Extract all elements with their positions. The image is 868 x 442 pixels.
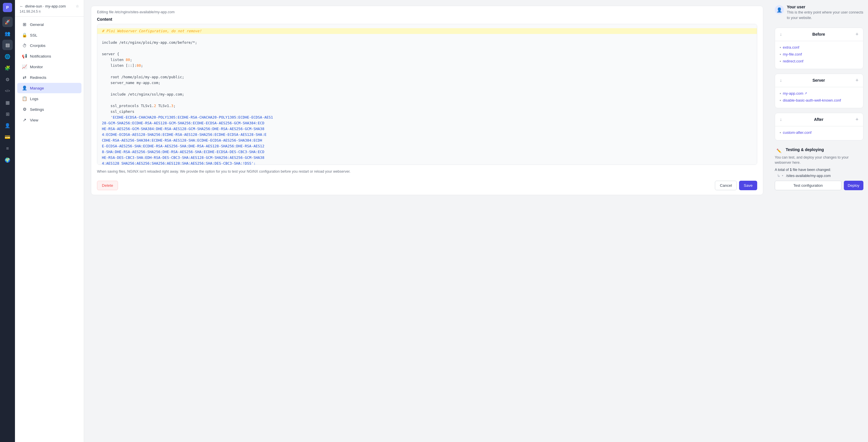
server-section: ↓ Server + my-app.com ↗ disable-basic-au… xyxy=(775,74,863,108)
changed-file-dot xyxy=(782,174,784,178)
before-section: ↓ Before + extra.conf my-file.conf redir… xyxy=(775,28,863,69)
sidebar-item-monitor[interactable]: 📈 Monitor xyxy=(17,62,82,72)
star-button[interactable]: ☆ xyxy=(76,4,79,8)
editor-panel: Editing file /etc/nginx/sites-available/… xyxy=(91,6,763,195)
icon-bar: P 🚀 👥 ▤ 🌐 🧩 ⚙ </> ▦ ⊞ 👤 💳 ≡ 🌍 xyxy=(0,0,15,442)
server-collapse-icon[interactable]: ↓ xyxy=(780,78,782,83)
cronjobs-icon: ⏱ xyxy=(22,43,27,48)
after-collapse-icon[interactable]: ↓ xyxy=(780,117,782,122)
pencil-icon: ✏️ xyxy=(775,147,783,155)
sidebar-item-redirects[interactable]: ⇄ Redirects xyxy=(17,72,82,83)
nav-icon-credit-card[interactable]: 💳 xyxy=(2,132,13,142)
sidebar-item-label: View xyxy=(30,118,38,122)
action-right-buttons: Cancel Save xyxy=(715,181,757,190)
deploy-button[interactable]: Deploy xyxy=(844,181,863,190)
editor-content-label: Content xyxy=(91,14,763,24)
app-avatar[interactable]: P xyxy=(3,3,12,12)
server-file-disable-auth[interactable]: disable-basic-auth-well-known.conf xyxy=(783,98,841,102)
nav-icon-users[interactable]: 👥 xyxy=(2,28,13,38)
general-icon: ⊞ xyxy=(22,22,27,27)
nav-icon-database[interactable]: ▦ xyxy=(2,97,13,107)
nav-icon-rocket[interactable]: 🚀 xyxy=(2,17,13,27)
sidebar-item-label: Cronjobs xyxy=(30,43,45,48)
nav-icon-layers[interactable]: ⊞ xyxy=(2,109,13,119)
before-section-header: ↓ Before + xyxy=(775,28,863,41)
before-file-my-file-conf[interactable]: my-file.conf xyxy=(783,52,802,56)
list-item: redirect.conf xyxy=(780,58,859,65)
copy-icon[interactable]: ⎘ xyxy=(39,10,41,13)
sidebar-item-label: General xyxy=(30,23,44,27)
sidebar-item-label: Manage xyxy=(30,86,44,90)
list-item: custom-after.conf xyxy=(780,129,859,136)
monitor-icon: 📈 xyxy=(22,64,27,69)
editor-actions: Delete Cancel Save xyxy=(91,177,763,195)
logs-icon: 📋 xyxy=(22,96,27,101)
editor-note: When saving files, NGINX isn't reloaded … xyxy=(91,165,763,177)
sidebar-item-logs[interactable]: 📋 Logs xyxy=(17,94,82,104)
code-content: # Ploi Webserver Configuration, do not r… xyxy=(97,24,757,165)
server-add-button[interactable]: + xyxy=(855,77,859,84)
before-add-button[interactable]: + xyxy=(855,31,859,37)
user-circle-icon: 👤 xyxy=(775,5,784,14)
sidebar-item-cronjobs[interactable]: ⏱ Cronjobs xyxy=(17,40,82,51)
after-file-list: custom-after.conf xyxy=(780,129,859,136)
changed-file-arrow-icon: ↳ xyxy=(777,173,780,178)
testing-desc: You can test, and deploy your changes to… xyxy=(775,155,863,166)
sidebar-nav: ⊞ General 🔒 SSL ⏱ Cronjobs 📢 Notificatio… xyxy=(15,17,84,442)
sidebar: ← divine-sun · my-app.com ☆ 141.98.24.5 … xyxy=(15,0,84,442)
after-add-button[interactable]: + xyxy=(855,117,859,123)
server-section-header: ↓ Server + xyxy=(775,74,863,87)
external-link-icon[interactable]: ↗ xyxy=(804,92,807,95)
after-section: ↓ After + custom-after.conf xyxy=(775,113,863,140)
list-item: my-file.conf xyxy=(780,51,859,58)
list-item: disable-basic-auth-well-known.conf xyxy=(780,97,859,104)
your-user-title: Your user xyxy=(787,5,863,9)
after-file-custom-after-conf[interactable]: custom-after.conf xyxy=(783,130,812,135)
nav-icon-puzzle[interactable]: 🧩 xyxy=(2,63,13,73)
changed-file-path: ↳ /sites-available/my-app.com xyxy=(775,173,863,178)
server-ip: 141.98.24.5 ⎘ xyxy=(20,9,79,13)
nav-icon-user-circle[interactable]: 👤 xyxy=(2,120,13,131)
your-user-desc: This is the entry point where your user … xyxy=(787,10,863,21)
sidebar-header: ← divine-sun · my-app.com ☆ 141.98.24.5 … xyxy=(15,0,84,17)
nav-icon-servers[interactable]: ▤ xyxy=(2,40,13,50)
testing-header-row: ✏️ Testing & deploying xyxy=(775,146,863,155)
manage-icon: 👤 xyxy=(22,86,27,91)
before-file-redirect-conf[interactable]: redirect.conf xyxy=(783,59,804,63)
changed-count: 1 xyxy=(790,168,792,172)
sidebar-item-notifications[interactable]: 📢 Notifications xyxy=(17,51,82,61)
main-content: Editing file /etc/nginx/sites-available/… xyxy=(84,0,770,442)
nav-icon-globe[interactable]: 🌐 xyxy=(2,51,13,62)
notifications-icon: 📢 xyxy=(22,54,27,59)
sidebar-item-ssl[interactable]: 🔒 SSL xyxy=(17,30,82,40)
nav-icon-code[interactable]: </> xyxy=(2,86,13,96)
sidebar-item-settings[interactable]: ⚙ Settings xyxy=(17,104,82,115)
sidebar-item-general[interactable]: ⊞ General xyxy=(17,19,82,30)
nav-icon-globe2[interactable]: 🌍 xyxy=(2,155,13,165)
after-section-body: custom-after.conf xyxy=(775,126,863,140)
nav-icon-tools[interactable]: ⚙ xyxy=(2,74,13,85)
nav-icon-list[interactable]: ≡ xyxy=(2,143,13,154)
before-section-body: extra.conf my-file.conf redirect.conf xyxy=(775,41,863,69)
sidebar-item-view[interactable]: ↗ View xyxy=(17,115,82,125)
save-button[interactable]: Save xyxy=(739,181,757,190)
sidebar-item-manage[interactable]: 👤 Manage xyxy=(17,83,82,93)
editor-breadcrumb: Editing file /etc/nginx/sites-available/… xyxy=(91,6,763,14)
delete-button[interactable]: Delete xyxy=(97,181,118,190)
server-file-my-app-com[interactable]: my-app.com xyxy=(783,91,804,96)
redirects-icon: ⇄ xyxy=(22,75,27,80)
changed-file-path-text: /sites-available/my-app.com xyxy=(786,174,831,178)
before-collapse-icon[interactable]: ↓ xyxy=(780,32,782,37)
right-panel: 👤 Your user This is the entry point wher… xyxy=(770,0,868,442)
your-user-section: 👤 Your user This is the entry point wher… xyxy=(775,5,863,23)
ssl-icon: 🔒 xyxy=(22,33,27,38)
back-button[interactable]: ← divine-sun · my-app.com ☆ xyxy=(20,4,79,8)
cancel-button[interactable]: Cancel xyxy=(715,181,737,190)
before-file-extra-conf[interactable]: extra.conf xyxy=(783,45,799,50)
sidebar-item-label: Monitor xyxy=(30,65,43,69)
code-editor[interactable]: # Ploi Webserver Configuration, do not r… xyxy=(97,24,757,165)
sidebar-item-label: Redirects xyxy=(30,75,46,80)
testing-section: ✏️ Testing & deploying You can test, and… xyxy=(775,145,863,190)
sidebar-item-label: Logs xyxy=(30,97,38,101)
test-configuration-button[interactable]: Test configuration xyxy=(775,181,841,190)
